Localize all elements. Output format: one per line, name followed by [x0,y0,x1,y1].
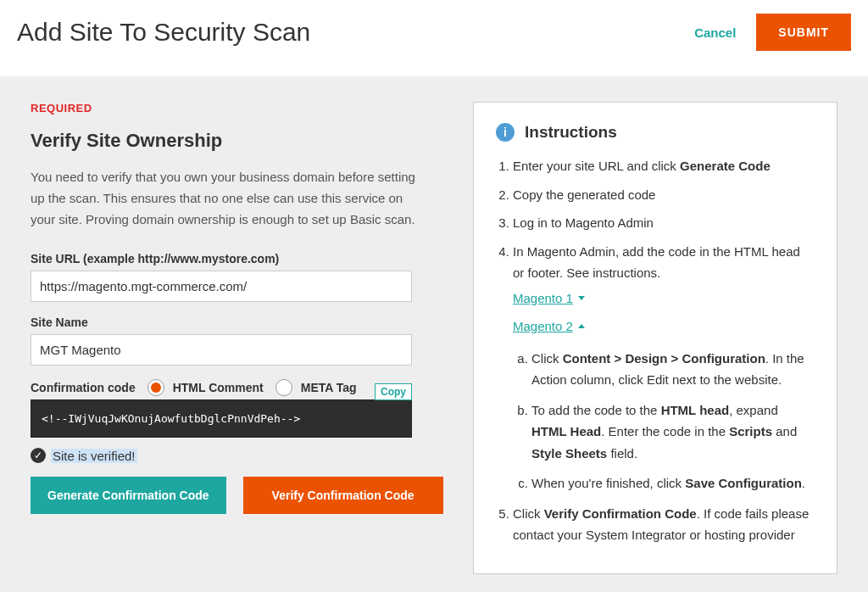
chevron-up-icon [578,324,585,328]
site-name-label: Site Name [31,316,444,329]
instructions-title: Instructions [525,123,617,142]
info-icon: i [496,123,515,142]
content-area: REQUIRED Verify Site Ownership You need … [0,76,868,592]
page-title: Add Site To Security Scan [17,18,310,47]
step-4: In Magento Admin, add the code in the HT… [513,241,815,494]
substep-a: Click Content > Design > Configuration. … [531,348,815,391]
step-3: Log in to Magento Admin [513,212,815,234]
step-1: Enter your site URL and click Generate C… [513,155,815,177]
magento-2-substeps: Click Content > Design > Configuration. … [513,348,815,494]
radio-html-comment[interactable] [147,379,164,396]
section-title: Verify Site Ownership [31,130,444,152]
magento-1-toggle[interactable]: Magento 1 [513,288,585,310]
site-url-input[interactable] [31,271,412,302]
required-label: REQUIRED [31,102,444,114]
substep-c: When you're finished, click Save Configu… [531,472,815,494]
confirmation-code-label: Confirmation code [31,381,136,394]
step-2: Copy the generated code [513,184,815,206]
instructions-panel: i Instructions Enter your site URL and c… [473,102,837,574]
verified-text: Site is verified! [51,449,137,463]
chevron-down-icon [578,296,585,300]
page-header: Add Site To Security Scan Cancel SUBMIT [0,0,868,76]
radio-meta-tag-label: META Tag [301,381,357,394]
code-wrapper: Copy <!--IWjVuqJwKOnujAowfutbDglcPnnVdPe… [31,399,412,438]
verified-row: ✓ Site is verified! [31,448,444,463]
cancel-link[interactable]: Cancel [694,25,736,40]
submit-button[interactable]: SUBMIT [756,14,851,51]
site-url-label: Site URL (example http://www.mystore.com… [31,252,444,265]
intro-text: You need to verify that you own your bus… [31,167,420,230]
verify-ownership-section: REQUIRED Verify Site Ownership You need … [31,102,444,514]
verify-code-button[interactable]: Verify Confirmation Code [243,477,443,514]
code-box[interactable]: <!--IWjVuqJwKOnujAowfutbDglcPnnVdPeh--> [31,399,412,438]
action-buttons: Generate Confirmation Code Verify Confir… [31,477,444,514]
radio-html-comment-label: HTML Comment [173,381,264,394]
radio-meta-tag[interactable] [275,379,292,396]
substep-b: To add the code to the HTML head, expand… [531,399,815,465]
site-name-input[interactable] [31,334,412,366]
step-5: Click Verify Confirmation Code. If code … [513,503,815,546]
magento-2-toggle[interactable]: Magento 2 [513,316,585,338]
copy-button[interactable]: Copy [375,383,412,400]
check-icon: ✓ [31,448,46,463]
generate-code-button[interactable]: Generate Confirmation Code [31,477,226,514]
instructions-list: Enter your site URL and click Generate C… [496,155,815,546]
instructions-header: i Instructions [496,123,815,142]
header-actions: Cancel SUBMIT [694,14,851,51]
